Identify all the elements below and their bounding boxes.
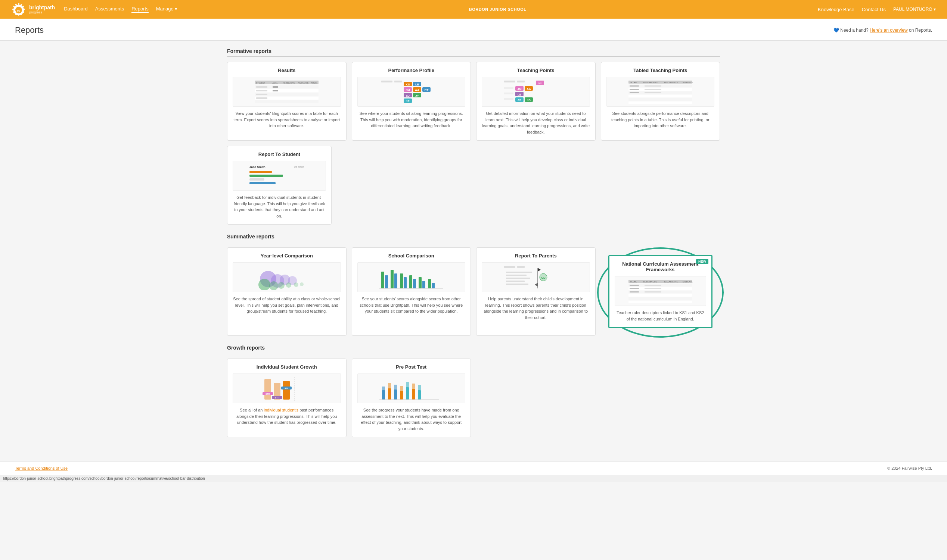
svg-text:JM: JM <box>406 88 410 92</box>
nav-reports[interactable]: Reports <box>131 6 149 13</box>
svg-rect-141 <box>645 291 661 292</box>
teaching-points-card[interactable]: Teaching Points NI JM AA <box>476 62 595 141</box>
svg-rect-110 <box>428 279 431 288</box>
tabled-teaching-points-desc: See students alongside performance descr… <box>606 111 715 129</box>
knowledge-base-link[interactable]: Knowledge Base <box>818 7 854 12</box>
results-card-title: Results <box>233 68 341 73</box>
svg-rect-107 <box>413 279 416 288</box>
svg-rect-104 <box>400 274 403 288</box>
svg-text:STR: STR <box>265 393 270 395</box>
report-to-student-image: Jane Smith ## #### <box>233 161 326 191</box>
formative-section-title: Formative reports <box>227 48 720 57</box>
report-to-parents-card[interactable]: Report To Parents CD <box>476 247 595 336</box>
svg-rect-88 <box>250 178 264 181</box>
svg-text:JM: JM <box>517 87 521 91</box>
svg-point-97 <box>286 282 291 288</box>
svg-point-95 <box>269 281 278 290</box>
svg-point-7 <box>18 14 19 16</box>
growth-cards-grid: Individual Student Growth STR STR 300 <box>227 358 720 437</box>
formative-cards-grid: Results STUDENT LEVEL PERSUASIVE NARRATI… <box>227 62 720 141</box>
svg-text:JS: JS <box>518 98 521 102</box>
nav-dashboard[interactable]: Dashboard <box>64 6 88 13</box>
svg-rect-105 <box>404 277 407 288</box>
svg-rect-77 <box>628 102 692 104</box>
svg-rect-137 <box>645 285 661 286</box>
main-content: Formative reports Results STUDENT LEVEL … <box>212 41 735 461</box>
growth-section: Growth reports Individual Student Growth… <box>227 345 720 437</box>
svg-rect-33 <box>394 81 402 82</box>
svg-text:NUMB...: NUMB... <box>311 82 318 84</box>
svg-rect-139 <box>645 288 661 289</box>
svg-rect-26 <box>256 86 267 88</box>
svg-text:PERSUASIVE: PERSUASIVE <box>283 82 295 84</box>
nav-manage[interactable]: Manage ▾ <box>156 6 178 13</box>
individual-student-growth-card[interactable]: Individual Student Growth STR STR 300 <box>227 358 347 437</box>
svg-rect-164 <box>418 390 421 400</box>
individual-student-growth-title: Individual Student Growth <box>233 364 341 370</box>
svg-rect-144 <box>283 381 290 400</box>
user-menu[interactable]: PAUL MONTUORO ▾ <box>893 7 936 12</box>
school-comparison-image <box>357 262 466 292</box>
report-to-parents-title: Report To Parents <box>482 253 590 258</box>
svg-text:JY: JY <box>415 94 419 97</box>
svg-text:STUDENT: STUDENT <box>256 82 265 84</box>
svg-rect-100 <box>381 272 384 288</box>
status-bar: https://bordon-junior-school.brightpathp… <box>0 475 947 482</box>
svg-point-99 <box>300 282 304 286</box>
individual-link[interactable]: individual student's <box>264 408 298 412</box>
svg-text:LEVEL: LEVEL <box>272 82 278 84</box>
nav-links: Dashboard Assessments Reports Manage ▾ <box>64 6 177 13</box>
svg-text:KS: KS <box>406 83 410 86</box>
teaching-points-image: NI JM AA LE JS <box>482 77 590 107</box>
school-comparison-desc: See your students' scores alongside scor… <box>357 296 466 314</box>
svg-text:JS: JS <box>527 98 531 102</box>
status-url: https://bordon-junior-school.brightpathp… <box>3 477 205 480</box>
ncaf-card[interactable]: NEW National Curriculum Assessment Frame… <box>608 255 713 328</box>
logo[interactable]: bp brightpath progress <box>11 2 55 17</box>
nav-assessments[interactable]: Assessments <box>95 6 124 13</box>
school-comparison-card[interactable]: School Comparison <box>352 247 471 336</box>
svg-text:DESCRIPTORS: DESCRIPTORS <box>643 280 657 283</box>
svg-rect-79 <box>645 85 661 86</box>
svg-rect-140 <box>629 291 639 292</box>
svg-text:TEACHING PTS: TEACHING PTS <box>664 280 678 283</box>
svg-rect-75 <box>628 95 692 97</box>
svg-text:STR: STR <box>275 397 280 399</box>
svg-rect-111 <box>432 283 435 288</box>
tabled-teaching-points-card[interactable]: Tabled Teaching Points SCORE DESCRIPTION… <box>601 62 720 141</box>
performance-profile-card[interactable]: Performance Profile KS LE JM <box>352 62 471 141</box>
svg-rect-59 <box>504 92 514 94</box>
overview-link[interactable]: Here's an overview <box>870 28 908 33</box>
contact-us-link[interactable]: Contact Us <box>862 7 886 12</box>
nav-right: Knowledge Base Contact Us PAUL MONTUORO … <box>818 7 936 12</box>
pre-post-test-card[interactable]: Pre Post Test <box>352 358 471 437</box>
year-level-comparison-card[interactable]: Year-level Comparison <box>227 247 347 336</box>
results-card[interactable]: Results STUDENT LEVEL PERSUASIVE NARRATI… <box>227 62 347 141</box>
svg-text:SCORE: SCORE <box>630 280 637 283</box>
svg-rect-76 <box>628 98 692 101</box>
svg-text:AA: AA <box>526 87 531 91</box>
svg-rect-155 <box>388 383 391 388</box>
performance-profile-image: KS LE JM AA RT SJ JY JP <box>357 77 466 107</box>
nav-left: bp brightpath progress Dashboard Assessm… <box>11 2 177 17</box>
svg-rect-160 <box>406 387 409 400</box>
svg-rect-158 <box>400 391 403 400</box>
svg-rect-152 <box>382 390 385 400</box>
svg-point-94 <box>258 279 270 290</box>
svg-rect-82 <box>629 92 639 93</box>
svg-text:CD: CD <box>541 276 546 280</box>
top-navigation: bp brightpath progress Dashboard Assessm… <box>0 0 947 18</box>
svg-point-10 <box>12 9 15 10</box>
report-to-student-card[interactable]: Report To Student Jane Smith ## #### Get… <box>227 146 332 225</box>
report-to-student-desc: Get feedback for individual students in … <box>233 194 326 219</box>
new-badge: NEW <box>696 259 708 264</box>
ncaf-card-wrapper: NEW National Curriculum Assessment Frame… <box>601 247 720 336</box>
svg-rect-101 <box>385 275 388 288</box>
svg-rect-80 <box>629 89 639 90</box>
terms-link[interactable]: Terms and Conditions of Use <box>15 466 68 471</box>
results-card-desc: View your students' Brightpath scores in… <box>233 111 341 129</box>
ncaf-desc: Teacher ruler descriptors linked to KS1 … <box>615 310 706 322</box>
svg-rect-108 <box>419 277 422 288</box>
svg-rect-102 <box>390 270 393 288</box>
pre-post-test-desc: See the progress your students have made… <box>357 407 466 432</box>
